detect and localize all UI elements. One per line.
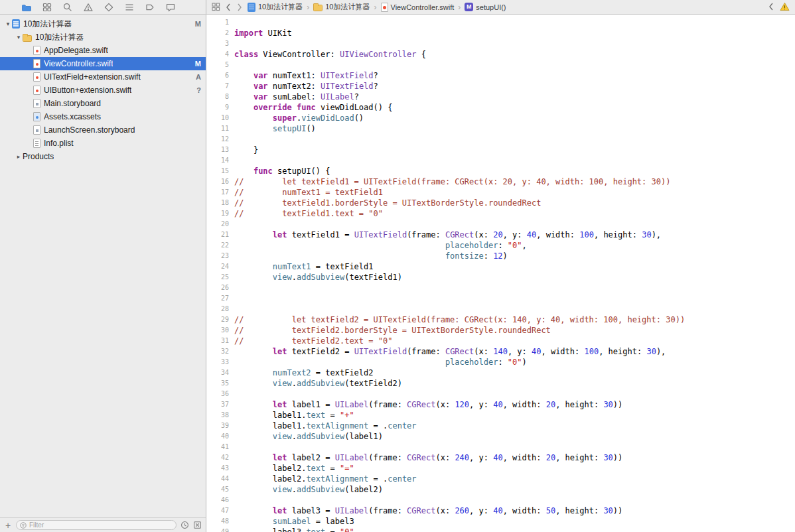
breakpoint-navigator-icon[interactable] — [145, 2, 155, 13]
disclosure-triangle[interactable]: ▸ — [15, 153, 23, 160]
method-icon: M — [465, 3, 473, 11]
code-text: import UIKit — [234, 28, 795, 38]
code-line[interactable]: 41 — [206, 442, 795, 452]
code-line[interactable]: 15 func setupUI() { — [206, 166, 795, 176]
line-number: 27 — [206, 293, 234, 304]
jumpbar-item-1[interactable]: 10加法计算器 — [313, 2, 370, 12]
storyboard-icon — [33, 99, 40, 108]
sidebar-row-0[interactable]: ▾10加法计算器M — [0, 17, 206, 31]
code-line[interactable]: 43 label2.text = "=" — [206, 463, 795, 474]
sidebar-row-4[interactable]: UITextField+extension.swiftA — [0, 70, 206, 84]
file-label: 10加法计算器 — [23, 19, 72, 30]
code-line[interactable]: 18// textField1.borderStyle = UITextBord… — [206, 198, 795, 208]
disclosure-triangle[interactable]: ▾ — [15, 34, 23, 40]
line-number: 10 — [206, 113, 234, 123]
code-line[interactable]: 36 — [206, 389, 795, 399]
scm-status-icon[interactable] — [193, 521, 202, 529]
symbol-navigator-icon[interactable] — [42, 2, 52, 13]
code-line[interactable]: 3 — [206, 38, 795, 49]
code-line[interactable]: 27 — [206, 293, 795, 304]
disclosure-triangle[interactable]: ▾ — [4, 21, 12, 27]
collapse-chevron-icon[interactable] — [768, 2, 774, 13]
sidebar-row-2[interactable]: AppDelegate.swift — [0, 44, 206, 57]
code-line[interactable]: 4class ViewController: UIViewController … — [206, 49, 795, 60]
code-line[interactable]: 35 view.addSubview(textField2) — [206, 378, 795, 389]
code-line[interactable]: 46 — [206, 495, 795, 505]
code-line[interactable]: 1 — [206, 17, 795, 28]
code-line[interactable]: 7 var numText2: UITextField? — [206, 81, 795, 92]
storyboard-icon — [33, 125, 40, 135]
source-editor[interactable]: 12import UIKit34class ViewController: UI… — [206, 15, 795, 532]
code-line[interactable]: 9 override func viewDidLoad() { — [206, 102, 795, 113]
forward-chevron-icon[interactable] — [236, 3, 243, 12]
debug-navigator-icon[interactable] — [124, 2, 135, 13]
project-navigator-icon[interactable] — [21, 2, 32, 13]
code-line[interactable]: 20 — [206, 219, 795, 230]
code-line[interactable]: 6 var numText1: UITextField? — [206, 70, 795, 81]
jumpbar-item-0[interactable]: 10加法计算器 — [248, 2, 303, 12]
file-label: 10加法计算器 — [35, 32, 84, 43]
code-line[interactable]: 11 setupUI() — [206, 123, 795, 134]
sidebar-row-3[interactable]: ViewController.swiftM — [0, 57, 206, 70]
code-line[interactable]: 42 let label2 = UILabel(frame: CGRect(x:… — [206, 452, 795, 463]
code-line[interactable]: 47 let label3 = UILabel(frame: CGRect(x:… — [206, 505, 795, 516]
code-line[interactable]: 26 — [206, 283, 795, 293]
jumpbar-item-3[interactable]: MsetupUI() — [465, 3, 506, 11]
warning-icon[interactable] — [780, 2, 790, 13]
code-line[interactable]: 44 label2.textAlignment = .center — [206, 474, 795, 484]
line-number: 37 — [206, 399, 234, 410]
code-text: label3.text = "0" — [234, 527, 795, 532]
code-line[interactable]: 5 — [206, 60, 795, 70]
code-line[interactable]: 25 view.addSubview(textField1) — [206, 272, 795, 283]
add-button[interactable]: + — [4, 521, 12, 530]
sidebar-row-8[interactable]: LaunchScreen.storyboard — [0, 123, 206, 137]
folder-icon — [313, 5, 323, 11]
recent-files-clock-icon[interactable] — [181, 521, 189, 529]
test-navigator-icon[interactable] — [104, 2, 114, 13]
report-navigator-icon[interactable] — [165, 2, 176, 13]
code-line[interactable]: 31// textField2.text = "0" — [206, 336, 795, 346]
code-line[interactable]: 24 numText1 = textField1 — [206, 261, 795, 272]
code-line[interactable]: 37 let label1 = UILabel(frame: CGRect(x:… — [206, 399, 795, 410]
back-chevron-icon[interactable] — [225, 3, 232, 12]
sidebar-row-5[interactable]: UIButton+extension.swift? — [0, 84, 206, 97]
filter-field[interactable]: Filter — [16, 520, 177, 530]
code-line[interactable]: 39 label1.textAlignment = .center — [206, 421, 795, 431]
jumpbar-item-2[interactable]: ViewController.swift — [381, 3, 455, 12]
code-line[interactable]: 48 sumLabel = label3 — [206, 516, 795, 527]
sidebar-row-10[interactable]: ▸Products — [0, 150, 206, 163]
sidebar-row-9[interactable]: Info.plist — [0, 137, 206, 150]
code-line[interactable]: 23 fontsize: 12) — [206, 251, 795, 261]
code-line[interactable]: 30// textField2.borderStyle = UITextBord… — [206, 325, 795, 336]
code-text: sumLabel = label3 — [234, 516, 795, 527]
sidebar-row-6[interactable]: Main.storyboard — [0, 97, 206, 110]
code-line[interactable]: 8 var sumLabel: UILabel? — [206, 92, 795, 102]
code-line[interactable]: 13 } — [206, 145, 795, 155]
code-line[interactable]: 2import UIKit — [206, 28, 795, 38]
code-line[interactable]: 38 label1.text = "+" — [206, 410, 795, 421]
line-number: 32 — [206, 346, 234, 357]
code-line[interactable]: 34 numText2 = textField2 — [206, 367, 795, 378]
code-line[interactable]: 33 placeholder: "0") — [206, 357, 795, 367]
code-line[interactable]: 49 label3.text = "0" — [206, 527, 795, 532]
code-line[interactable]: 10 super.viewDidLoad() — [206, 113, 795, 123]
code-line[interactable]: 12 — [206, 134, 795, 145]
sidebar-row-1[interactable]: ▾10加法计算器 — [0, 31, 206, 44]
code-line[interactable]: 21 let textField1 = UITextField(frame: C… — [206, 230, 795, 240]
code-line[interactable]: 32 let textField2 = UITextField(frame: C… — [206, 346, 795, 357]
code-area[interactable]: 12import UIKit34class ViewController: UI… — [206, 15, 795, 532]
sidebar-row-7[interactable]: Assets.xcassets — [0, 110, 206, 123]
code-line[interactable]: 14 — [206, 155, 795, 166]
find-navigator-icon[interactable] — [62, 2, 73, 13]
code-line[interactable]: 17// numText1 = textField1 — [206, 187, 795, 198]
code-line[interactable]: 45 view.addSubview(label2) — [206, 484, 795, 495]
code-line[interactable]: 29// let textField2 = UITextField(frame:… — [206, 314, 795, 325]
code-text: let textField2 = UITextField(frame: CGRe… — [234, 346, 795, 357]
code-line[interactable]: 16// let textField1 = UITextField(frame:… — [206, 176, 795, 187]
issue-navigator-icon[interactable] — [83, 2, 94, 13]
code-line[interactable]: 40 view.addSubview(label1) — [206, 431, 795, 442]
code-line[interactable]: 28 — [206, 304, 795, 314]
code-line[interactable]: 19// textField1.text = "0" — [206, 208, 795, 219]
code-line[interactable]: 22 placeholder: "0", — [206, 240, 795, 251]
related-items-icon[interactable] — [212, 3, 220, 11]
